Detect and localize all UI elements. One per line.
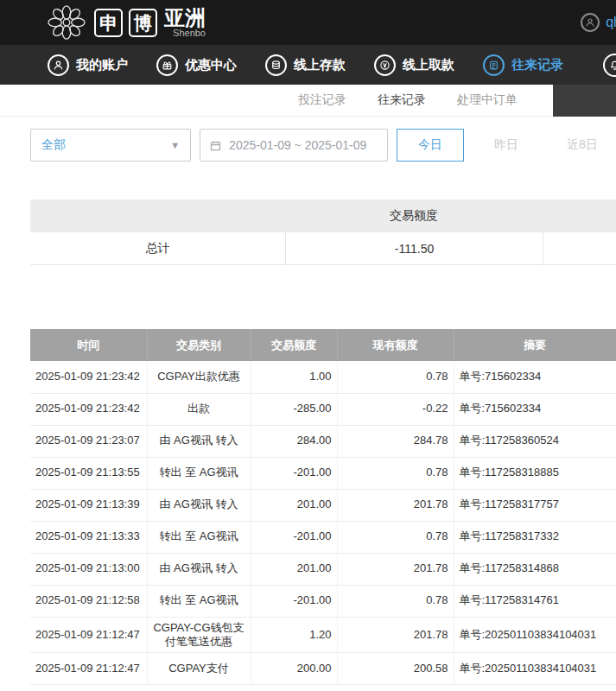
record-tabs: 投注记录 往来记录 处理中订单 [0, 85, 616, 117]
cell-type: 转出 至 AG视讯 [147, 521, 251, 553]
cell-amount: -285.00 [251, 393, 337, 425]
nav-item-transactions[interactable]: 往来记录 [483, 54, 563, 76]
type-select[interactable]: 全部 ▼ [30, 129, 191, 162]
cell-note: 单号:117258314761 [454, 585, 616, 617]
cell-note: 单号:117258314868 [454, 553, 616, 585]
cell-note: 单号:202501103834104031 [454, 617, 616, 653]
nav-label: 优惠中心 [185, 57, 237, 73]
cell-type: 由 AG视讯 转入 [147, 553, 251, 585]
cell-time: 2025-01-09 21:12:58 [30, 585, 147, 617]
nav-item-withdraw[interactable]: 线上取款 [374, 54, 454, 76]
table-row: 2025-01-09 21:13:33 转出 至 AG视讯 -201.00 0.… [30, 521, 616, 553]
cell-type: CGPAY支付 [147, 653, 251, 685]
brand-flower-icon [45, 4, 88, 41]
table-row: 2025-01-09 21:23:07 由 AG视讯 转入 284.00 284… [30, 425, 616, 457]
nav-item-my-account[interactable]: 我的账户 [48, 54, 128, 76]
summary-header-empty [30, 200, 285, 232]
cell-note: 单号:117258360524 [454, 425, 616, 457]
col-header-note: 摘要 [454, 329, 616, 361]
avatar-icon [581, 13, 600, 32]
cell-amount: 201.00 [251, 489, 337, 521]
nav-item-promotions[interactable]: 优惠中心 [156, 54, 237, 76]
corner-panel [553, 85, 616, 117]
bell-icon[interactable] [603, 54, 616, 77]
cell-amount: -201.00 [251, 457, 337, 489]
table-row: 2025-01-09 21:12:58 转出 至 AG视讯 -201.00 0.… [30, 585, 616, 617]
cell-time: 2025-01-09 21:12:47 [30, 617, 147, 653]
cell-balance: -0.22 [337, 393, 454, 425]
cell-note: 单号:715602334 [454, 361, 616, 393]
cell-balance: 201.78 [337, 553, 454, 585]
col-header-time: 时间 [30, 329, 147, 361]
cell-note: 单号:117258318885 [454, 457, 616, 489]
cell-balance: 201.78 [337, 617, 454, 653]
today-button[interactable]: 今日 [397, 129, 464, 162]
cell-type: 转出 至 AG视讯 [147, 585, 251, 617]
nav-label: 往来记录 [511, 57, 563, 73]
cell-type: 由 AG视讯 转入 [147, 489, 251, 521]
summary-total-row: 总计 -111.50 [30, 232, 616, 265]
date-range-picker[interactable]: 2025-01-09 ~ 2025-01-09 [200, 129, 388, 162]
username-text[interactable]: qh [606, 15, 616, 30]
cell-time: 2025-01-09 21:12:47 [30, 653, 147, 685]
summary-total-value: -111.50 [285, 232, 543, 265]
summary-total-label: 总计 [30, 232, 285, 265]
cell-type: CGPAY-CG钱包支付笔笔送优惠 [147, 617, 251, 653]
cell-note: 单号:715602334 [454, 393, 616, 425]
cell-balance: 201.78 [337, 489, 454, 521]
cell-amount: 200.00 [251, 653, 337, 685]
cell-amount: 201.00 [251, 553, 337, 585]
last-8-days-button[interactable]: 近8日 [549, 129, 616, 162]
cell-amount: 1.20 [251, 617, 337, 653]
summary-table: 交易额度 总计 -111.50 [30, 200, 616, 265]
cell-note: 单号:202501103834104031 [454, 653, 616, 685]
table-row: 2025-01-09 21:23:42 出款 -285.00 -0.22 单号:… [30, 393, 616, 425]
cell-balance: 284.78 [337, 425, 454, 457]
tab-betting-records[interactable]: 投注记录 [298, 92, 346, 108]
tab-transaction-records[interactable]: 往来记录 [378, 92, 426, 108]
main-nav: 我的账户 优惠中心 线上存款 线上取款 [0, 45, 616, 85]
logo-char-shen: 申 [94, 9, 123, 37]
records-icon [483, 54, 505, 76]
cell-type: 出款 [147, 393, 251, 425]
nav-item-deposit[interactable]: 线上存款 [265, 54, 346, 76]
yesterday-button[interactable]: 昨日 [473, 129, 540, 162]
summary-header-amount: 交易额度 [285, 200, 543, 232]
tab-pending-orders[interactable]: 处理中订单 [457, 92, 518, 108]
table-row: 2025-01-09 21:23:42 CGPAY出款优惠 1.00 0.78 … [30, 361, 616, 393]
calendar-icon [209, 139, 222, 152]
cell-note: 单号:117258317332 [454, 521, 616, 553]
table-row: 2025-01-09 21:13:55 转出 至 AG视讯 -201.00 0.… [30, 457, 616, 489]
nav-label: 线上存款 [294, 57, 346, 73]
nav-label: 线上取款 [403, 57, 454, 73]
cell-time: 2025-01-09 21:13:55 [30, 457, 147, 489]
user-icon [48, 54, 69, 76]
cell-amount: -201.00 [251, 521, 337, 553]
cell-type: CGPAY出款优惠 [147, 361, 251, 393]
col-header-balance: 现有额度 [337, 329, 454, 361]
table-row: 2025-01-09 21:12:47 CGPAY支付 200.00 200.5… [30, 653, 616, 685]
cell-note: 单号:117258317757 [454, 489, 616, 521]
summary-header-row: 交易额度 [30, 200, 616, 232]
cell-time: 2025-01-09 21:13:39 [30, 489, 147, 521]
table-row: 2025-01-09 21:13:00 由 AG视讯 转入 201.00 201… [30, 553, 616, 585]
logo-char-bo: 博 [129, 9, 157, 37]
table-row: 2025-01-09 21:13:39 由 AG视讯 转入 201.00 201… [30, 489, 616, 521]
deposit-coins-icon [265, 54, 287, 76]
cell-type: 转出 至 AG视讯 [147, 457, 251, 489]
cell-time: 2025-01-09 21:13:00 [30, 553, 147, 585]
date-range-value: 2025-01-09 ~ 2025-01-09 [229, 138, 366, 152]
logo-region: 亚洲 [164, 7, 206, 29]
cell-amount: -201.00 [251, 585, 337, 617]
cell-time: 2025-01-09 21:23:42 [30, 393, 147, 425]
top-header: 申 博 亚洲 Shenbo qh [0, 0, 616, 45]
chevron-down-icon: ▼ [170, 140, 180, 150]
cell-balance: 0.78 [337, 457, 454, 489]
logo-region-wrap: 亚洲 Shenbo [164, 7, 206, 38]
cell-balance: 0.78 [337, 361, 454, 393]
col-header-amount: 交易额度 [251, 329, 337, 361]
records-body: 2025-01-09 21:23:42 CGPAY出款优惠 1.00 0.78 … [30, 361, 616, 685]
records-section: 时间 交易类别 交易额度 现有额度 摘要 2025-01-09 21:23:42… [30, 329, 616, 685]
cell-balance: 200.58 [337, 653, 454, 685]
user-area[interactable]: qh [581, 13, 616, 32]
